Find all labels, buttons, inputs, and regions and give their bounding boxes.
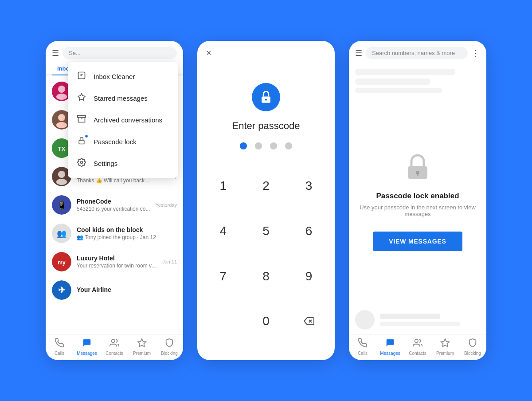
contacts-icon — [110, 338, 119, 350]
s3-contacts-icon — [413, 338, 422, 350]
svg-text:my: my — [58, 259, 66, 266]
s3-blocking-icon — [468, 338, 477, 350]
num-2[interactable]: 2 — [245, 171, 288, 201]
num-8[interactable]: 8 — [245, 261, 288, 291]
s3-blocking-label: Blocking — [464, 351, 481, 356]
svg-text:👥: 👥 — [57, 229, 67, 239]
svg-text:✈: ✈ — [58, 285, 66, 295]
menu-inbox-cleaner[interactable]: Inbox Cleaner — [68, 66, 178, 87]
dot-1 — [240, 142, 247, 149]
s3-nav-messages[interactable]: Messages — [376, 338, 404, 356]
enter-passcode-title: Enter passcode — [232, 120, 300, 132]
nav-premium[interactable]: Premium — [128, 338, 156, 356]
svg-rect-2 — [78, 116, 86, 118]
nav-messages[interactable]: Messages — [73, 338, 101, 356]
num-7[interactable]: 7 — [202, 261, 245, 291]
delete-button[interactable] — [287, 306, 330, 336]
s3-nav-contacts[interactable]: Contacts — [404, 338, 431, 356]
menu-passcode[interactable]: Passcode lock — [68, 131, 178, 153]
blurred-content — [349, 65, 486, 96]
svg-point-28 — [265, 99, 267, 101]
s3-nav-calls[interactable]: Calls — [349, 338, 376, 356]
search-bar[interactable]: Se... — [63, 47, 177, 59]
menu-archived[interactable]: Archived conversations — [68, 109, 178, 131]
passcode-dots — [240, 142, 292, 149]
settings-icon — [77, 158, 86, 169]
screen2-content: × Enter passcode 1 2 3 4 5 6 7 8 — [197, 41, 335, 360]
avatar: 👥 — [52, 224, 71, 243]
svg-text:📱: 📱 — [57, 200, 67, 210]
msg-name: PhoneCode — [77, 198, 150, 205]
s3-nav-premium[interactable]: Premium — [431, 338, 459, 356]
screen3-header: ☰ Search numbers, names & more ⋮ — [349, 41, 486, 65]
nav-calls-label: Calls — [55, 351, 64, 356]
lock-enabled-container: Passcode lock enabled Use your passcode … — [349, 96, 486, 306]
num-9[interactable]: 9 — [287, 261, 330, 291]
avatar: 📱 — [52, 195, 71, 215]
list-item[interactable]: 📱 PhoneCode 543210 is your verification … — [46, 191, 183, 219]
inbox-cleaner-icon — [77, 71, 86, 82]
calls-icon — [55, 338, 64, 350]
s3-premium-label: Premium — [436, 351, 454, 356]
num-6[interactable]: 6 — [287, 216, 330, 246]
nav-contacts-label: Contacts — [106, 351, 123, 356]
svg-point-15 — [58, 171, 65, 178]
blurred-row — [355, 79, 430, 85]
archived-icon — [77, 114, 86, 126]
num-3[interactable]: 3 — [287, 171, 330, 201]
passcode-icon — [77, 136, 86, 147]
blurred-row — [355, 69, 455, 75]
list-item[interactable]: ✈ Your Airline — [46, 276, 183, 304]
screen1-header: ☰ Se... — [46, 41, 183, 59]
view-messages-button[interactable]: VIEW MESSAGES — [373, 232, 462, 251]
messages-icon — [82, 338, 92, 350]
blocking-icon — [164, 338, 174, 350]
svg-text:TX: TX — [58, 145, 66, 152]
blurred-text — [380, 314, 480, 326]
num-1[interactable]: 1 — [202, 171, 245, 201]
starred-icon — [77, 93, 86, 104]
list-item[interactable]: my Luxury Hotel Your reservation for twi… — [46, 248, 183, 276]
premium-icon — [137, 338, 147, 350]
avatar: my — [52, 252, 71, 271]
num-5[interactable]: 5 — [245, 216, 288, 246]
menu-settings[interactable]: Settings — [68, 153, 178, 174]
menu-starred[interactable]: Starred messages — [68, 87, 178, 109]
passcode-lock-subtitle: Use your passcode in the next screen to … — [360, 204, 476, 217]
dropdown-menu: Inbox Cleaner Starred messages Archived … — [68, 62, 178, 178]
msg-content: Cool kids on the block 👥 Tony joined the… — [77, 226, 177, 240]
close-button[interactable]: × — [197, 41, 220, 65]
msg-preview: 👥 Tony joined the group · Jan 12 — [77, 234, 177, 240]
archived-label: Archived conversations — [94, 116, 162, 124]
nav-messages-label: Messages — [77, 351, 97, 356]
inbox-cleaner-label: Inbox Cleaner — [94, 73, 135, 80]
list-item[interactable]: 👥 Cool kids on the block 👥 Tony joined t… — [46, 219, 183, 248]
hamburger-icon[interactable]: ☰ — [52, 48, 59, 58]
msg-time: Jan 11 — [162, 259, 177, 264]
screen2-phone: × Enter passcode 1 2 3 4 5 6 7 8 — [197, 41, 335, 360]
svg-rect-4 — [79, 140, 84, 144]
nav-blocking[interactable]: Blocking — [156, 338, 183, 356]
s3-premium-icon — [440, 338, 450, 350]
msg-time: Yesterday — [155, 202, 177, 208]
dot-2 — [255, 142, 262, 149]
nav-calls[interactable]: Calls — [46, 338, 73, 356]
numpad: 1 2 3 4 5 6 7 8 9 0 — [197, 171, 335, 360]
svg-point-10 — [58, 114, 65, 121]
more-options-icon[interactable]: ⋮ — [471, 48, 480, 59]
num-4[interactable]: 4 — [202, 216, 245, 246]
msg-preview: Thanks 👍 Will call you back s... — [77, 177, 150, 184]
settings-label: Settings — [94, 160, 117, 167]
lock-svg — [258, 90, 274, 105]
msg-content: PhoneCode 543210 is your verification co… — [77, 198, 150, 212]
avatar: ✈ — [52, 280, 71, 300]
screen3-hamburger-icon[interactable]: ☰ — [355, 48, 362, 58]
blurred-row — [355, 88, 442, 93]
num-0[interactable]: 0 — [245, 306, 288, 336]
num-empty — [202, 306, 245, 336]
s3-calls-label: Calls — [358, 351, 368, 356]
s3-messages-label: Messages — [380, 351, 400, 356]
s3-nav-blocking[interactable]: Blocking — [459, 338, 486, 356]
nav-contacts[interactable]: Contacts — [101, 338, 128, 356]
screen3-search-bar[interactable]: Search numbers, names & more — [366, 47, 468, 59]
